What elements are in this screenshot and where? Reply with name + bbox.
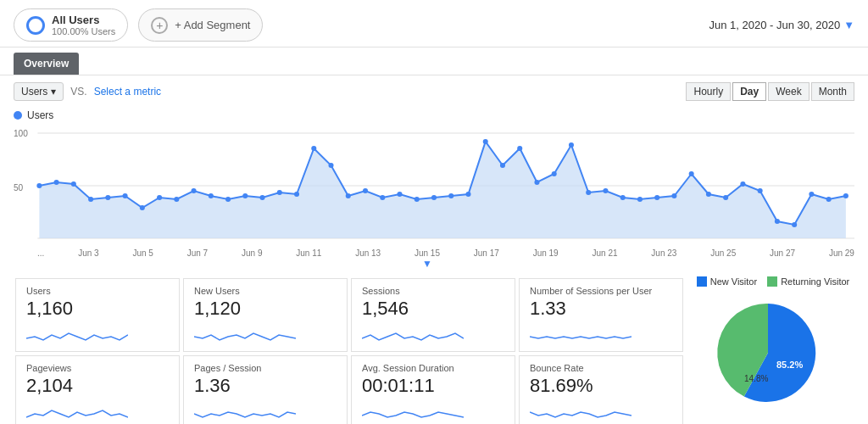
svg-point-22 [311,146,316,151]
svg-point-37 [569,142,574,148]
svg-point-42 [654,195,659,200]
x-label-8: Jun 17 [474,248,499,270]
tab-overview[interactable]: Overview [14,53,79,75]
svg-marker-5 [39,142,846,238]
stat-value-pageviews: 2,104 [26,375,169,397]
stat-value-sessions-per-user: 1.33 [530,298,672,320]
new-visitor-legend-label: New Visitor [710,276,757,287]
svg-point-15 [192,188,197,193]
dropdown-arrow-icon: ▼ [843,19,854,31]
stat-card-pages-session: Pages / Session 1.36 [183,355,348,424]
stat-card-bounce-rate: Bounce Rate 81.69% [519,355,683,424]
svg-point-21 [294,192,299,197]
stat-card-new-users: New Users 1,120 [183,278,348,352]
users-legend-dot [14,111,22,120]
tabs-bar: Overview [0,47,868,75]
x-label-7: Jun 15▼ [415,248,440,270]
svg-point-31 [465,192,470,197]
svg-point-11 [123,193,128,198]
x-label-4: Jun 9 [242,248,262,270]
sparkline-sessions-per-user [530,321,632,345]
time-btn-month[interactable]: Month [811,82,854,101]
date-range-text: Jun 1, 2020 - Jun 30, 2020 [709,19,840,31]
add-segment-button[interactable]: + + Add Segment [138,8,263,42]
stat-card-pageviews: Pageviews 2,104 [15,355,180,424]
svg-point-44 [689,171,694,176]
svg-point-49 [775,219,780,224]
svg-point-8 [71,181,76,187]
time-btn-day[interactable]: Day [732,82,766,101]
svg-point-39 [603,188,608,193]
svg-point-40 [620,195,626,200]
sparkline-bounce-rate [530,399,632,422]
svg-text:85.2%: 85.2% [776,360,803,370]
svg-point-7 [54,180,59,185]
vs-label: VS. [70,86,86,98]
stat-value-new-users: 1,120 [194,298,337,320]
pie-legend: New Visitor Returning Visitor [692,276,854,287]
date-range-picker[interactable]: Jun 1, 2020 - Jun 30, 2020 ▼ [709,19,854,31]
stat-label-bounce-rate: Bounce Rate [530,363,672,373]
metric-label: Users [21,86,47,98]
x-label-5: Jun 11 [296,248,321,270]
svg-point-51 [809,192,814,197]
chart-controls: Users ▾ VS. Select a metric Hourly Day W… [0,75,868,108]
stat-value-bounce-rate: 81.69% [530,375,672,397]
stat-label-sessions-per-user: Number of Sessions per User [530,286,672,296]
svg-point-14 [174,197,179,202]
chart-wrapper: 100 50 [14,123,854,248]
x-label-1: Jun 3 [78,248,98,270]
svg-point-19 [260,195,265,200]
x-label-9: Jun 19 [533,248,559,270]
select-metric-link[interactable]: Select a metric [94,86,161,98]
svg-point-43 [671,193,676,198]
svg-point-25 [363,188,368,193]
new-visitor-legend-box [697,276,707,287]
svg-point-52 [826,197,832,202]
svg-point-46 [723,195,728,200]
chart-svg: 100 50 [14,123,854,248]
sparkline-pages-session [194,399,296,422]
svg-point-30 [448,193,453,198]
svg-point-36 [552,171,557,176]
svg-text:14.8%: 14.8% [744,374,768,383]
svg-point-24 [346,193,351,198]
svg-point-38 [586,190,591,195]
stat-label-new-users: New Users [194,286,337,296]
stat-card-sessions-per-user: Number of Sessions per User 1.33 [519,278,683,352]
x-label-12: Jun 25 [710,248,736,270]
time-btn-hourly[interactable]: Hourly [686,82,731,101]
sparkline-users [26,321,128,345]
svg-point-47 [740,181,745,187]
svg-point-16 [209,193,214,198]
sparkline-avg-session [362,399,464,422]
stat-value-users: 1,160 [26,298,169,320]
svg-point-6 [36,183,42,188]
svg-text:100: 100 [14,129,28,138]
segments-container: All Users 100.00% Users + + Add Segment [14,8,263,42]
segment-text: All Users 100.00% Users [52,14,115,36]
pie-chart-svg: 85.2% 14.8% [692,292,844,402]
stats-grid: Users 1,160 New Users 1,120 Sessions 1,5… [14,276,685,424]
svg-point-34 [517,146,522,151]
all-users-segment[interactable]: All Users 100.00% Users [14,8,128,42]
stat-card-users: Users 1,160 [15,278,180,352]
svg-point-29 [431,195,437,200]
stat-value-avg-session: 00:01:11 [362,375,504,397]
returning-visitor-legend-label: Returning Visitor [781,276,849,287]
metric-selector: Users ▾ VS. Select a metric [14,82,161,101]
svg-point-17 [225,197,231,202]
metric-arrow-icon: ▾ [51,86,56,98]
metric-dropdown[interactable]: Users ▾ [14,82,64,101]
legend-item-returning-visitor: Returning Visitor [767,276,849,287]
svg-point-48 [758,188,763,193]
time-btn-week[interactable]: Week [768,82,809,101]
svg-point-35 [534,180,539,185]
svg-point-41 [637,197,643,202]
stat-label-avg-session: Avg. Session Duration [362,363,504,373]
svg-point-45 [706,192,711,197]
add-icon: + [151,17,168,34]
svg-point-13 [157,195,162,200]
sparkline-new-users [194,321,296,345]
x-label-10: Jun 21 [593,248,618,270]
